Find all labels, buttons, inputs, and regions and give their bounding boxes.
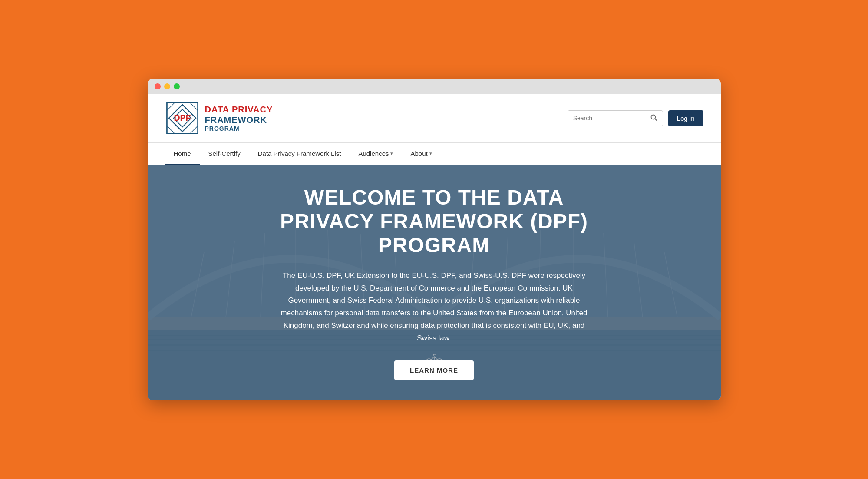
logo-line2: FRAMEWORK xyxy=(205,115,273,125)
nav-item-dpf-list[interactable]: Data Privacy Framework List xyxy=(249,143,350,165)
svg-line-3 xyxy=(167,102,175,110)
header-actions: Log in xyxy=(568,110,703,126)
nav-item-self-certify[interactable]: Self-Certify xyxy=(200,143,249,165)
nav-item-about[interactable]: About ▾ xyxy=(402,143,440,165)
svg-line-4 xyxy=(190,102,198,110)
hero-title: WELCOME TO THE DATA PRIVACY FRAMEWORK (D… xyxy=(274,185,595,258)
learn-more-button[interactable]: LEARN MORE xyxy=(394,360,474,380)
dpf-logo-icon: DPF xyxy=(165,101,200,135)
audiences-chevron-icon: ▾ xyxy=(390,151,393,156)
nav-item-home[interactable]: Home xyxy=(165,143,200,165)
logo-area: DPF DATA PRIVACY FRAMEWORK PROGRAM xyxy=(165,101,273,135)
svg-line-6 xyxy=(190,126,198,134)
login-button[interactable]: Log in xyxy=(668,110,703,126)
svg-text:DPF: DPF xyxy=(174,113,191,122)
nav-item-audiences[interactable]: Audiences ▾ xyxy=(350,143,402,165)
browser-window: DPF DATA PRIVACY FRAMEWORK PROGRAM Log i… xyxy=(148,79,721,400)
logo-line1: DATA PRIVACY xyxy=(205,104,273,115)
about-chevron-icon: ▾ xyxy=(429,151,432,156)
logo-text: DATA PRIVACY FRAMEWORK PROGRAM xyxy=(205,104,273,132)
site-nav: Home Self-Certify Data Privacy Framework… xyxy=(148,143,721,165)
search-icon xyxy=(650,114,657,122)
hero-content: WELCOME TO THE DATA PRIVACY FRAMEWORK (D… xyxy=(239,185,630,380)
site-header: DPF DATA PRIVACY FRAMEWORK PROGRAM Log i… xyxy=(148,94,721,143)
traffic-light-maximize[interactable] xyxy=(174,83,180,89)
hero-description: The EU-U.S. DPF, UK Extension to the EU-… xyxy=(274,270,595,345)
hero-section: WELCOME TO THE DATA PRIVACY FRAMEWORK (D… xyxy=(148,165,721,400)
traffic-light-minimize[interactable] xyxy=(164,83,170,89)
browser-chrome xyxy=(148,79,721,94)
search-input[interactable] xyxy=(573,115,650,122)
svg-line-5 xyxy=(167,126,175,134)
svg-line-9 xyxy=(655,119,657,120)
search-box[interactable] xyxy=(568,110,663,126)
logo-line3: PROGRAM xyxy=(205,125,273,132)
traffic-light-close[interactable] xyxy=(155,83,161,89)
